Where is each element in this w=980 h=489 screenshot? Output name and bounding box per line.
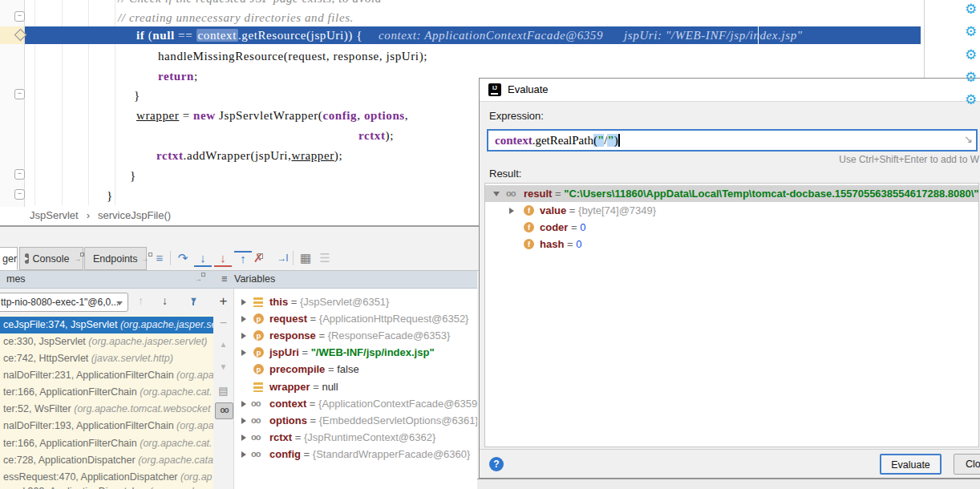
frame-row-selected[interactable]: ceJspFile:374, JspServlet (org.apache.ja… — [0, 317, 213, 333]
fold-marker-icon[interactable]: − — [14, 89, 25, 99]
tab-debugger-label: ger — [2, 253, 17, 265]
variable-row[interactable]: wrapper = null — [234, 378, 477, 395]
variable-row[interactable]: oorctxt = {JspRuntimeContext@6362} — [234, 429, 477, 446]
result-row-selected[interactable]: oo result = "C:\Users\11860\AppData\Loca… — [485, 185, 978, 202]
variable-row[interactable]: presponse = {ResponseFacade@6353} — [234, 327, 477, 344]
gear-icon[interactable]: ⚙ — [965, 91, 980, 108]
jump-to-console-icon[interactable]: → — [73, 254, 81, 263]
chevron-down-icon[interactable] — [493, 192, 500, 196]
result-tree[interactable]: oo result = "C:\Users\11860\AppData\Loca… — [484, 183, 979, 447]
previous-frame-icon[interactable]: ↑ — [138, 294, 144, 307]
close-button[interactable]: Close — [954, 454, 980, 475]
help-icon[interactable]: ? — [489, 457, 504, 471]
gear-icon[interactable]: ⚙ — [965, 1, 980, 18]
add-watch-icon[interactable]: + — [213, 293, 233, 309]
equals: = — [301, 448, 313, 460]
variable-row[interactable]: pprecompile = false — [234, 361, 477, 378]
chevron-right-icon[interactable] — [241, 418, 246, 424]
frame-row[interactable]: nalDoFilter:231, ApplicationFilterChain … — [0, 367, 213, 384]
variable-row[interactable]: pjspUri = "/WEB-INF/jsp/index.jsp" — [234, 344, 477, 361]
breadcrumb-method[interactable]: serviceJspFile() — [98, 209, 171, 221]
variables-panel-header: ≡ Variables — [213, 271, 477, 289]
code-text: == — [175, 29, 196, 42]
result-child-row[interactable]: f hash = 0 — [485, 236, 978, 253]
tab-endpoints[interactable]: Endpoints → — [84, 247, 147, 270]
variables-menu-icon[interactable]: ≡ — [221, 273, 227, 285]
evaluate-dialog: IJ Evaluate Expression: context.getRealP… — [479, 78, 980, 479]
variable-row[interactable]: oocontext = {ApplicationContextFacade@63… — [234, 395, 477, 412]
restore-layout-icon[interactable]: ≡ — [151, 249, 168, 267]
variable-row[interactable]: this = {JspServlet@6351} — [234, 293, 477, 310]
frame-row[interactable]: ter:52, WsFilter (org.apache.tomcat.webs… — [0, 401, 213, 418]
chevron-right-icon[interactable] — [241, 434, 246, 441]
chevron-right-icon[interactable] — [241, 401, 246, 407]
step-over-icon[interactable]: ↷ — [174, 249, 192, 267]
drop-frame-icon[interactable]: ✗ — [253, 251, 264, 265]
copy-to-watches-icon[interactable]: ▤ — [213, 385, 233, 397]
chevron-right-icon[interactable] — [241, 333, 246, 339]
variable-row[interactable]: ooconfig = {StandardWrapperFacade@6360} — [234, 446, 477, 463]
chevron-right-icon[interactable] — [241, 451, 246, 458]
variable-row[interactable]: oooptions = {EmbeddedServletOptions@6361… — [234, 412, 477, 429]
keyword-return: return — [158, 70, 194, 83]
fold-marker-icon[interactable]: − — [14, 189, 25, 200]
next-frame-icon[interactable]: ↓ — [162, 294, 168, 307]
remove-watch-icon: − — [213, 316, 233, 330]
variable-value: false — [337, 363, 358, 375]
frame-row[interactable]: ce:728, ApplicationDispatcher (org.apach… — [0, 452, 213, 469]
expression-input[interactable]: context.getRealPath("/") — [487, 129, 978, 152]
frame-package: (org.apa — [176, 370, 213, 381]
result-name: result — [524, 188, 552, 200]
force-step-into-icon[interactable]: ↓ — [214, 251, 232, 267]
chevron-right-icon[interactable] — [509, 208, 514, 214]
chevron-right-icon[interactable] — [241, 299, 246, 305]
code-line: return; — [158, 67, 198, 85]
frame-row-clipped[interactable]: ward:303, ApplicationDispatcher (org.apa… — [0, 483, 213, 489]
frame-row[interactable]: nalDoFilter:193, ApplicationFilterChain … — [0, 418, 213, 434]
thread-selector[interactable]: ttp-nio-8080-exec-1"@6,0... — [0, 293, 128, 312]
expand-input-icon[interactable]: ↘ — [964, 133, 973, 145]
frame-row[interactable]: ce:330, JspServlet (org.apache.jasper.se… — [0, 333, 213, 350]
variable-row[interactable]: prequest = {ApplicationHttpRequest@6352} — [234, 310, 477, 327]
frames-pin-icon[interactable]: → — [194, 274, 202, 283]
chevron-down-icon — [116, 301, 123, 305]
step-out-icon[interactable]: ↑ — [234, 251, 252, 267]
gear-icon[interactable]: ⚙ — [965, 69, 980, 86]
equals: = — [566, 204, 578, 216]
code-text: = — [179, 109, 193, 122]
breadcrumb-class[interactable]: JspServlet — [30, 209, 79, 221]
show-watches-toggle-icon[interactable]: oo — [215, 402, 233, 419]
jump-to-endpoints-icon[interactable]: → — [141, 254, 149, 263]
code-text: ( — [144, 29, 152, 42]
tab-console[interactable]: ▸ Console → — [19, 247, 83, 270]
frame-row[interactable]: ce:742, HttpServlet (javax.servlet.http) — [0, 350, 213, 367]
move-watch-down-icon: ▼ — [213, 362, 233, 371]
chevron-right-icon[interactable] — [241, 350, 246, 356]
fold-marker-icon[interactable]: − — [14, 11, 25, 22]
gear-icon[interactable]: ⚙ — [965, 46, 980, 63]
frames-list[interactable]: ceJspFile:374, JspServlet (org.apache.ja… — [0, 315, 213, 489]
fold-marker-icon[interactable]: − — [14, 169, 25, 180]
keyword-null: null — [152, 29, 174, 42]
filter-frames-icon[interactable]: ▼ — [189, 295, 198, 305]
result-child-row[interactable]: f value = {byte[74]@7349} — [485, 202, 978, 219]
gear-icon[interactable]: ⚙ — [965, 23, 980, 40]
frame-row[interactable]: ter:166, ApplicationFilterChain (org.apa… — [0, 435, 213, 452]
evaluate-button[interactable]: Evaluate — [880, 454, 942, 475]
step-into-icon[interactable]: ↓ — [194, 251, 212, 267]
code-line: rctxt); — [358, 127, 394, 144]
run-to-cursor-icon[interactable]: →I — [273, 249, 291, 267]
dialog-titlebar[interactable]: IJ Evaluate — [480, 79, 980, 102]
variable-name: wrapper — [269, 381, 310, 393]
code-text: .addWrapper(jspUri, — [184, 149, 292, 162]
expr-method: getRealPath — [535, 134, 593, 147]
chevron-right-icon[interactable] — [241, 316, 246, 322]
tab-debugger[interactable]: ger — [0, 247, 18, 270]
frames-header-label: mes — [6, 273, 26, 285]
result-child-row[interactable]: f coder = 0 — [485, 219, 978, 236]
variables-tree[interactable]: this = {JspServlet@6351} prequest = {App… — [234, 289, 477, 489]
equals: = — [316, 329, 328, 341]
code-line: } — [107, 187, 113, 204]
frame-row[interactable]: ter:166, ApplicationFilterChain (org.apa… — [0, 384, 213, 401]
evaluate-expression-icon[interactable]: ▦ — [297, 249, 314, 267]
